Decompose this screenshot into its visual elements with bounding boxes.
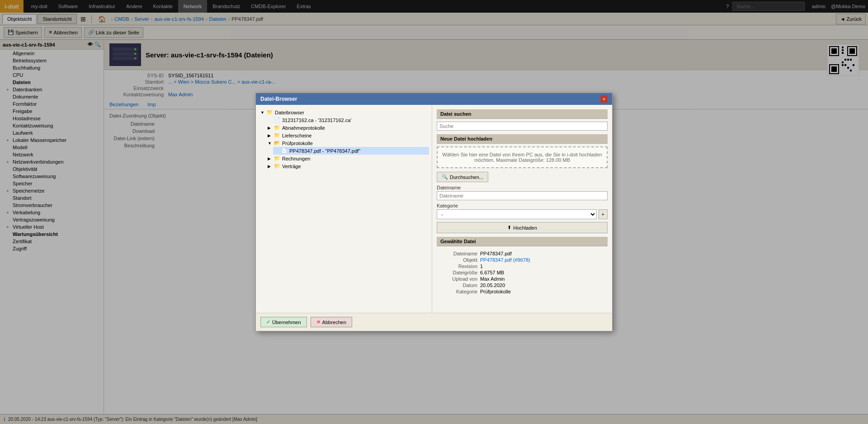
tree-children: 📄 312317162.ca - '312317162.ca' ▶ 📁 Abna… bbox=[259, 116, 429, 170]
tree-item-vertrage[interactable]: ▶ 📁 Verträge bbox=[266, 162, 429, 170]
file-icon-pp: 📄 bbox=[281, 148, 288, 154]
modal-title-bar: Datei-Browser × bbox=[256, 93, 612, 105]
search-section-title: Datei suchen bbox=[437, 109, 608, 119]
kategorie-label: Kategorie bbox=[437, 203, 608, 208]
check-icon: ✓ bbox=[266, 319, 270, 325]
ubernehmen-button[interactable]: ✓ Übernehmen bbox=[260, 317, 307, 327]
kategorie-row: Kategorie - + bbox=[437, 203, 608, 219]
modal-footer: ✓ Übernehmen ✕ Abbrechen bbox=[256, 313, 612, 331]
modal-abbrechen-button[interactable]: ✕ Abbrechen bbox=[311, 317, 352, 327]
browse-icon: 🔍 bbox=[442, 174, 448, 180]
tree-root-label: Dateibrowser bbox=[275, 110, 304, 115]
dateiname-input[interactable] bbox=[437, 191, 608, 200]
file-icon-1: 📄 bbox=[274, 117, 280, 123]
modal-close-button[interactable]: × bbox=[600, 95, 608, 103]
upload-icon: ⬆ bbox=[507, 225, 511, 231]
folder-icon-rechnungen: 📁 bbox=[274, 155, 280, 161]
tree-root-item[interactable]: ▼ 📁 Dateibrowser bbox=[259, 108, 429, 116]
selected-file-section: Gewählte Datei Dateiname PP478347.pdf Ob… bbox=[437, 237, 608, 296]
detail-upload-von: Max Admin bbox=[480, 276, 608, 282]
browse-button[interactable]: 🔍 Durchsuchen... bbox=[437, 172, 488, 182]
kategorie-add-button[interactable]: + bbox=[599, 209, 608, 219]
detail-datum: 20.05.2020 bbox=[480, 283, 608, 288]
upload-hint-text: Wählen Sie hier eine Datei von Ihrem PC … bbox=[442, 152, 602, 163]
tree-item-abnahme[interactable]: ▶ 📁 Abnahmeprotokolle bbox=[266, 124, 429, 132]
modal-title: Datei-Browser bbox=[260, 96, 297, 102]
folder-icon-abnahme: 📁 bbox=[274, 125, 280, 131]
detail-revision: 1 bbox=[480, 264, 608, 269]
detail-dateiname: PP478347.pdf bbox=[480, 251, 608, 256]
file-search-input[interactable] bbox=[437, 122, 608, 131]
folder-icon-pruf: 📂 bbox=[274, 140, 280, 146]
modal-body: ▼ 📁 Dateibrowser 📄 312317162.ca - '31231… bbox=[256, 105, 612, 313]
tree-item-lieferscheine[interactable]: ▶ 📁 Lieferscheine bbox=[266, 132, 429, 139]
expand-icon: ▼ bbox=[260, 110, 265, 115]
modal-right-panel: Datei suchen Neue Datei hochladen Wählen… bbox=[432, 105, 612, 313]
x-icon: ✕ bbox=[316, 319, 321, 325]
detail-kategorie: Prüfprotokolle bbox=[480, 289, 608, 294]
tree-item-pp478347[interactable]: 📄 PP478347.pdf - "PP478347.pdf" bbox=[273, 147, 429, 155]
upload-section-title: Neue Datei hochladen bbox=[437, 134, 608, 144]
detail-objekt[interactable]: PP478347.pdf (#9678) bbox=[480, 257, 608, 263]
modal-overlay: Datei-Browser × ▼ 📁 Dateibrowser bbox=[0, 0, 868, 424]
hochladen-button[interactable]: ⬆ Hochladen bbox=[437, 222, 608, 233]
kategorie-select[interactable]: - bbox=[437, 209, 597, 219]
dateiname-label: Dateiname bbox=[437, 185, 608, 190]
file-tree: ▼ 📁 Dateibrowser 📄 312317162.ca - '31231… bbox=[256, 105, 432, 174]
upload-zone: Wählen Sie hier eine Datei von Ihrem PC … bbox=[437, 146, 608, 168]
folder-icon-lieferscheine: 📁 bbox=[274, 132, 280, 138]
tree-item-rechnungen[interactable]: ▶ 📁 Rechnungen bbox=[266, 155, 429, 162]
folder-icon-vertrage: 📁 bbox=[274, 163, 280, 169]
gewahlte-section-title: Gewählte Datei bbox=[437, 237, 608, 246]
file-tree-panel: ▼ 📁 Dateibrowser 📄 312317162.ca - '31231… bbox=[256, 105, 432, 313]
folder-icon: 📁 bbox=[267, 109, 273, 115]
tree-item-file1[interactable]: 📄 312317162.ca - '312317162.ca' bbox=[266, 116, 429, 124]
kategorie-select-row: - + bbox=[437, 209, 608, 219]
pruf-children: 📄 PP478347.pdf - "PP478347.pdf" bbox=[266, 147, 429, 155]
dateiname-row: Dateiname bbox=[437, 185, 608, 200]
detail-grid: Dateiname PP478347.pdf Objekt PP478347.p… bbox=[437, 249, 608, 296]
file-browser-modal: Datei-Browser × ▼ 📁 Dateibrowser bbox=[255, 93, 613, 331]
detail-dateigrosse: 6.6757 MB bbox=[480, 270, 608, 275]
tree-item-prufprotokolle[interactable]: ▼ 📂 Prüfprotokolle bbox=[266, 139, 429, 147]
